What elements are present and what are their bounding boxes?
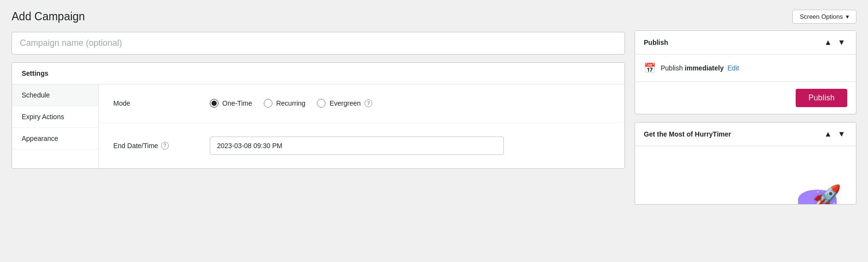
end-datetime-help-icon[interactable]: ? xyxy=(161,142,169,150)
end-datetime-label: End Date/Time ? xyxy=(113,142,210,150)
mode-recurring-radio[interactable] xyxy=(264,99,272,108)
rocket-icon: 🚀 xyxy=(813,186,841,204)
get-most-expand-button[interactable]: ▼ xyxy=(836,129,847,139)
settings-content: Mode One-Time Recurring xyxy=(99,84,624,168)
publish-actions: Publish xyxy=(635,82,856,114)
get-most-box-title: Get the Most of HurryTimer xyxy=(644,130,731,138)
mode-row: Mode One-Time Recurring xyxy=(99,84,624,123)
end-datetime-input[interactable] xyxy=(210,137,504,155)
mode-evergreen-radio[interactable] xyxy=(317,99,326,108)
edit-link[interactable]: Edit xyxy=(728,64,739,72)
settings-sidebar: Schedule Expiry Actions Appearance xyxy=(12,84,99,168)
publish-header-controls: ▲ ▼ xyxy=(822,38,847,47)
settings-box: Settings Schedule Expiry Actions Appeara… xyxy=(12,62,625,169)
publish-box: Publish ▲ ▼ 📅 Publish immediately Edit xyxy=(635,30,856,114)
screen-options-bar: Screen Options ▾ xyxy=(635,10,856,24)
rocket-illustration: 🚀 xyxy=(813,186,841,204)
calendar-icon: 📅 xyxy=(644,62,656,74)
get-most-content: 🚀 xyxy=(635,146,856,204)
publish-box-title: Publish xyxy=(644,39,668,46)
page-title: Add Campaign xyxy=(12,10,625,24)
publish-expand-button[interactable]: ▼ xyxy=(836,38,847,47)
right-sidebar: Screen Options ▾ Publish ▲ ▼ 📅 xyxy=(635,10,856,205)
sidebar-item-expiry-actions[interactable]: Expiry Actions xyxy=(12,106,98,128)
publish-box-header: Publish ▲ ▼ xyxy=(635,31,856,55)
campaign-name-input[interactable] xyxy=(12,32,625,55)
main-content: Add Campaign Settings Schedule Expiry Ac… xyxy=(12,10,625,205)
publish-immediately-text: Publish immediately Edit xyxy=(661,64,739,72)
publish-collapse-button[interactable]: ▲ xyxy=(822,38,834,47)
get-most-box: Get the Most of HurryTimer ▲ ▼ 🚀 xyxy=(635,122,856,205)
settings-header: Settings xyxy=(12,63,624,84)
chevron-down-icon: ▾ xyxy=(846,13,849,20)
get-most-collapse-button[interactable]: ▲ xyxy=(822,129,834,139)
screen-options-button[interactable]: Screen Options ▾ xyxy=(792,10,856,24)
mode-one-time-radio[interactable] xyxy=(210,99,218,108)
mode-evergreen-option[interactable]: Evergreen ? xyxy=(317,99,372,108)
mode-recurring-option[interactable]: Recurring xyxy=(264,99,306,108)
publish-button[interactable]: Publish xyxy=(796,89,847,107)
publish-info: 📅 Publish immediately Edit xyxy=(635,55,856,82)
get-most-box-header: Get the Most of HurryTimer ▲ ▼ xyxy=(635,123,856,146)
mode-control: One-Time Recurring Evergreen ? xyxy=(210,99,610,108)
sidebar-item-schedule[interactable]: Schedule xyxy=(12,84,98,106)
settings-body: Schedule Expiry Actions Appearance Mode xyxy=(12,84,624,168)
mode-one-time-option[interactable]: One-Time xyxy=(210,99,252,108)
end-datetime-control xyxy=(210,137,610,155)
sidebar-item-appearance[interactable]: Appearance xyxy=(12,128,98,150)
get-most-header-controls: ▲ ▼ xyxy=(822,129,847,139)
mode-help-icon[interactable]: ? xyxy=(365,99,372,107)
mode-label: Mode xyxy=(113,99,210,107)
end-datetime-row: End Date/Time ? xyxy=(99,123,624,168)
